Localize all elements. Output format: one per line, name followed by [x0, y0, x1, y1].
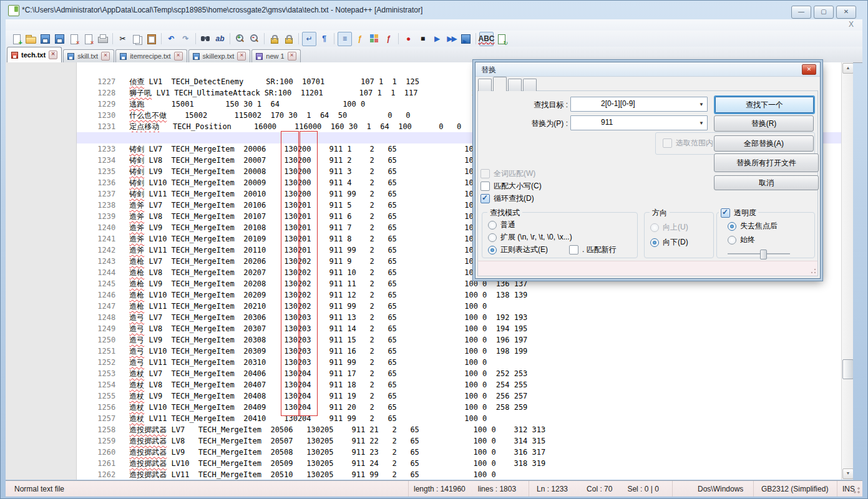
copy-icon[interactable]	[130, 32, 144, 46]
scrollbar-thumb[interactable]	[842, 359, 853, 379]
tab-skillexp-txt[interactable]: skillexp.txt ✕	[188, 49, 251, 62]
tab-close-icon[interactable]: ✕	[288, 52, 296, 61]
spell-check-icon[interactable]: ABC	[479, 32, 494, 46]
dialog-tab-mark[interactable]	[523, 79, 537, 91]
dialog-tab-find[interactable]	[478, 79, 492, 91]
show-all-characters-icon[interactable]: ¶	[318, 32, 331, 46]
editor-line[interactable]: 1250造弓 LV9 TECH_MergeItem 20308 130203 9…	[6, 323, 842, 334]
tab-close-icon[interactable]: ✕	[101, 52, 110, 61]
status-eol-format[interactable]: Dos\Windows	[698, 485, 743, 493]
vertical-scrollbar[interactable]: ▲ ▼	[841, 62, 853, 480]
menu-macro[interactable]	[84, 24, 95, 26]
menu-window[interactable]	[118, 24, 129, 26]
editor-line[interactable]: 1254造杖 LV8 TECH_MergeItem 20407 130204 9…	[6, 368, 842, 379]
macro-run-multiple-icon[interactable]: ▶▶	[445, 32, 458, 46]
tab-tech-txt[interactable]: tech.txt ✕	[7, 47, 62, 62]
editor-line[interactable]: 1256造杖 LV10 TECH_MergeItem 20409 130204 …	[6, 390, 842, 402]
menu-run[interactable]	[95, 24, 107, 26]
search-mode-normal-radio[interactable]: 普通	[488, 220, 515, 230]
tab-close-icon[interactable]: ✕	[49, 51, 57, 59]
zoom-in-icon[interactable]: +	[233, 32, 246, 46]
editor-line[interactable]: 1257造杖 LV11 TECH_MergeItem 20410 130204 …	[6, 402, 842, 413]
combo-dropdown-icon[interactable]: ▼	[699, 102, 704, 107]
editor-line[interactable]: 1249造弓 LV8 TECH_MergeItem 20307 130203 9…	[6, 312, 842, 323]
undo-icon[interactable]: ↶	[165, 32, 178, 46]
combo-dropdown-icon[interactable]: ▼	[699, 120, 704, 126]
zoom-out-icon[interactable]: -	[248, 32, 261, 46]
word-wrap-icon[interactable]: ↵	[302, 32, 316, 46]
editor-line[interactable]: 1259造投掷武器 LV8 TECH_MergeItem 20507 13020…	[6, 424, 842, 435]
search-mode-regex-radio[interactable]: 正则表达式(E)	[488, 245, 548, 255]
paste-icon[interactable]	[145, 32, 158, 46]
save-all-icon[interactable]	[53, 32, 66, 46]
tab-itemrecipe-txt[interactable]: itemrecipe.txt ✕	[115, 49, 187, 62]
match-case-checkbox[interactable]: 匹配大小写(C)	[480, 181, 542, 191]
transparency-checkbox[interactable]: 透明度	[719, 208, 758, 218]
tab-close-icon[interactable]: ✕	[174, 52, 183, 61]
scroll-down-icon[interactable]: ▼	[842, 468, 853, 479]
macro-record-icon[interactable]: ●	[402, 32, 415, 46]
document-map-icon[interactable]	[368, 32, 381, 46]
dialog-close-icon[interactable]: ✕	[802, 64, 816, 75]
editor-line[interactable]: 1260造投掷武器 LV9 TECH_MergeItem 20508 13020…	[6, 435, 842, 447]
doc-switcher-icon[interactable]: ƒ	[382, 32, 395, 46]
minimize-button[interactable]: —	[791, 6, 811, 19]
dialog-resize-grip[interactable]	[810, 268, 816, 274]
macro-play-icon[interactable]: ▶	[431, 32, 444, 46]
menu-close-icon[interactable]: X	[845, 20, 857, 29]
editor-line[interactable]: 1258造投掷武器 LV7 TECH_MergeItem 20506 13020…	[6, 413, 842, 424]
transparency-slider[interactable]	[728, 250, 790, 258]
menu-language[interactable]	[62, 24, 73, 26]
editor-line[interactable]: 1248造弓 LV7 TECH_MergeItem 20306 130203 9…	[6, 301, 842, 312]
replace-with-input[interactable]: 911 ▼	[570, 115, 708, 130]
wrap-around-checkbox[interactable]: 循环查找(D)	[480, 193, 534, 204]
restore-button[interactable]: ▢	[814, 6, 834, 19]
replace-button[interactable]: 替换(R)	[714, 115, 814, 132]
editor-line[interactable]: 1255造杖 LV9 TECH_MergeItem 20408 130204 9…	[6, 379, 842, 390]
function-list-icon[interactable]: ƒ	[353, 32, 366, 46]
sync-vertical-scroll-icon[interactable]	[268, 32, 281, 46]
search-mode-extended-radio[interactable]: 扩展 (\n, \r, \t, \0, \x...)	[488, 232, 572, 243]
macro-stop-icon[interactable]: ■	[416, 32, 429, 46]
editor-line[interactable]: 1263造小刀 LV7 TECH_MergeItem 20606 130206 …	[6, 469, 842, 480]
sync-horizontal-scroll-icon[interactable]	[282, 32, 295, 46]
menu-settings[interactable]	[73, 24, 84, 26]
dialog-tab-replace[interactable]	[493, 77, 507, 91]
find-next-button[interactable]: 查找下一个	[714, 95, 815, 114]
editor-line[interactable]: 1246造枪 LV10 TECH_MergeItem 20209 130202 …	[6, 278, 842, 289]
dialog-title-bar[interactable]: 替换 ✕	[475, 62, 820, 77]
close-icon[interactable]	[67, 32, 80, 46]
tab-skill-txt[interactable]: skill.txt ✕	[63, 49, 114, 62]
menu-format[interactable]	[51, 24, 62, 26]
replace-all-button[interactable]: 全部替换(A)	[714, 135, 814, 152]
indent-guide-icon[interactable]: ≡	[338, 32, 352, 46]
window-resize-grip[interactable]	[853, 487, 861, 495]
save-icon[interactable]	[39, 32, 52, 46]
print-icon[interactable]	[96, 32, 109, 46]
menu-edit[interactable]	[17, 24, 28, 26]
doc-monitor-icon[interactable]	[495, 32, 508, 46]
transparency-always-radio[interactable]: 始终	[728, 235, 755, 245]
macro-save-icon[interactable]	[459, 32, 472, 46]
tab-close-icon[interactable]: ✕	[237, 52, 246, 61]
open-file-icon[interactable]	[24, 32, 37, 46]
menu-plugins[interactable]	[107, 24, 118, 26]
editor-line[interactable]: 1251造弓 LV10 TECH_MergeItem 20309 130203 …	[6, 334, 842, 346]
replace-icon[interactable]: ab	[213, 32, 227, 46]
dialog-tab-find-in-files[interactable]	[508, 79, 522, 91]
new-file-icon[interactable]	[10, 32, 23, 46]
redo-icon[interactable]: ↷	[179, 32, 192, 46]
title-bar[interactable]: *C:\Users\Administrator\AppData\Local\Te…	[1, 1, 867, 19]
status-encoding[interactable]: GB2312 (Simplified)	[761, 485, 828, 493]
editor-line[interactable]: 1262造投掷武器 LV11 TECH_MergeItem 20510 1302…	[6, 458, 842, 469]
dot-matches-newline-checkbox[interactable]: . 匹配新行	[569, 245, 617, 255]
editor-line[interactable]: 1253造杖 LV7 TECH_MergeItem 20406 130204 9…	[6, 357, 842, 368]
scroll-up-icon[interactable]: ▲	[842, 63, 853, 74]
tab-new-1[interactable]: new 1 ✕	[251, 49, 300, 62]
editor-line[interactable]: 1247造枪 LV11 TECH_MergeItem 20210 130202 …	[6, 289, 842, 301]
cancel-button[interactable]: 取消	[714, 175, 819, 190]
editor-line[interactable]: 1261造投掷武器 LV10 TECH_MergeItem 20509 1302…	[6, 447, 842, 458]
slider-thumb[interactable]	[760, 250, 767, 259]
replace-all-open-files-button[interactable]: 替换所有打开文件	[714, 153, 819, 172]
menu-search[interactable]	[28, 24, 39, 26]
